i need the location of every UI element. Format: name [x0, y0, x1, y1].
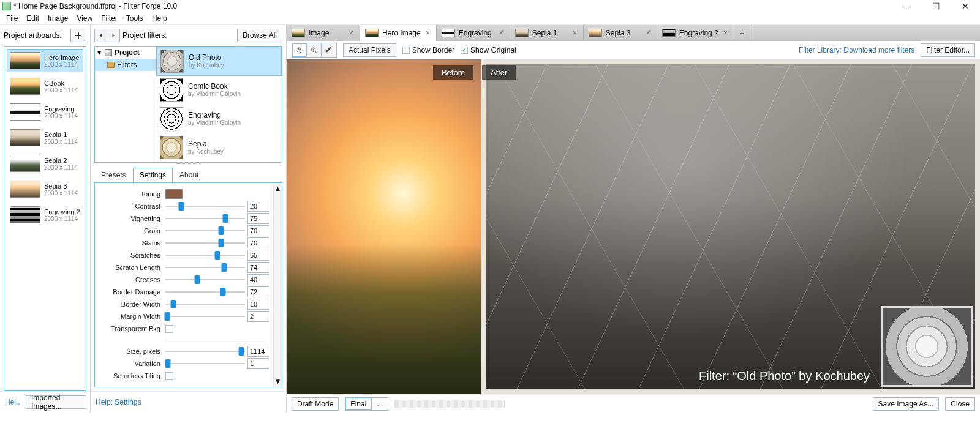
- menu-edit[interactable]: Edit: [23, 13, 43, 24]
- artboard-item[interactable]: Sepia 2 2000 x 1114: [7, 152, 83, 175]
- actual-pixels-button[interactable]: Actual Pixels: [343, 43, 396, 57]
- setting-value[interactable]: [247, 358, 270, 369]
- artboard-item[interactable]: CBook 2000 x 1114: [7, 75, 83, 98]
- menu-view[interactable]: View: [73, 13, 96, 24]
- save-image-button[interactable]: Save Image As...: [873, 397, 940, 411]
- setting-slider[interactable]: [165, 286, 245, 297]
- setting-value[interactable]: [247, 225, 270, 236]
- show-border-check[interactable]: Show Border: [402, 46, 454, 54]
- setting-value[interactable]: [247, 250, 270, 261]
- hand-icon: [296, 47, 303, 54]
- setting-slider[interactable]: [165, 274, 245, 285]
- final-button[interactable]: Final: [345, 397, 372, 411]
- seamless-tiling-check[interactable]: [165, 372, 173, 380]
- setting-slider[interactable]: [165, 201, 245, 212]
- add-artboard-button[interactable]: [70, 29, 86, 42]
- setting-slider[interactable]: [165, 311, 245, 322]
- filter-item[interactable]: Comic Book by Vladimir Golovin: [156, 76, 282, 105]
- setting-value[interactable]: [247, 286, 270, 297]
- setting-label: Creases: [95, 276, 165, 283]
- menu-image[interactable]: Image: [44, 13, 72, 24]
- folder-icon: [107, 62, 115, 68]
- view-tab-close[interactable]: ×: [571, 29, 578, 37]
- view-tab[interactable]: Hero Image×: [360, 25, 437, 41]
- setting-value[interactable]: [247, 311, 270, 322]
- setting-slider[interactable]: [165, 213, 245, 224]
- view-tab-close[interactable]: ×: [424, 29, 431, 37]
- preview-canvas[interactable]: Before After Filter: “Old Photo” by Koch…: [287, 59, 980, 394]
- zoom-tool[interactable]: [307, 43, 322, 57]
- setting-value[interactable]: [247, 274, 270, 285]
- filters-panel: Project filters: Browse All ▾Project Fil…: [91, 25, 287, 413]
- eyedropper-tool[interactable]: [322, 43, 336, 57]
- filter-list[interactable]: Old Photo by Kochubey Comic Book by Vlad…: [156, 47, 282, 162]
- filter-library-link[interactable]: Filter Library: Download more filters: [799, 46, 914, 54]
- view-tab-label: Sepia 3: [606, 29, 641, 37]
- setting-value[interactable]: [247, 201, 270, 212]
- final-menu-button[interactable]: ...: [372, 397, 388, 411]
- setting-row: Variation: [95, 357, 270, 370]
- setting-slider[interactable]: [165, 346, 245, 357]
- hand-tool[interactable]: [292, 43, 307, 57]
- artboard-item[interactable]: Sepia 3 2000 x 1114: [7, 177, 83, 201]
- filters-nav-back[interactable]: [95, 29, 107, 42]
- browse-all-button[interactable]: Browse All: [237, 29, 282, 42]
- settings-scrollbar[interactable]: ▲▼: [273, 183, 282, 387]
- artboard-help-link[interactable]: Hel...: [4, 395, 23, 409]
- tree-project[interactable]: ▾Project: [95, 47, 156, 59]
- view-tab[interactable]: Sepia 1×: [510, 25, 584, 41]
- transparent-bkg-check[interactable]: [165, 325, 173, 333]
- tab-settings[interactable]: Settings: [133, 168, 173, 182]
- tab-about[interactable]: About: [173, 168, 205, 182]
- artboard-item[interactable]: Engraving 2 2000 x 1114: [7, 203, 83, 226]
- filter-editor-button[interactable]: Filter Editor...: [921, 43, 975, 57]
- artboard-item[interactable]: Hero Image 2000 x 1114: [7, 49, 83, 72]
- draft-mode-button[interactable]: Draft Mode: [292, 397, 339, 411]
- imported-images-button[interactable]: Imported Images...: [26, 395, 86, 409]
- setting-slider[interactable]: [165, 237, 245, 248]
- setting-slider[interactable]: [165, 250, 245, 261]
- setting-value[interactable]: [247, 299, 270, 310]
- setting-value[interactable]: [247, 262, 270, 273]
- before-label: Before: [433, 65, 473, 80]
- menu-tools[interactable]: Tools: [123, 13, 147, 24]
- artboard-item[interactable]: Engraving 2000 x 1114: [7, 100, 83, 124]
- view-tab-close[interactable]: ×: [348, 29, 355, 37]
- toning-swatch[interactable]: [165, 189, 183, 199]
- view-tab-add[interactable]: +: [734, 25, 750, 41]
- view-tab[interactable]: Image×: [287, 25, 360, 41]
- filter-item[interactable]: Engraving by Vladimir Golovin: [156, 105, 282, 133]
- menu-help[interactable]: Help: [148, 13, 171, 24]
- window-close[interactable]: ✕: [957, 1, 974, 12]
- view-tab-close[interactable]: ×: [498, 29, 505, 37]
- view-tab-close[interactable]: ×: [722, 29, 729, 37]
- tab-presets[interactable]: Presets: [94, 168, 133, 182]
- help-settings-link[interactable]: Help: Settings: [94, 395, 143, 409]
- tree-filters[interactable]: Filters: [95, 59, 156, 71]
- view-tab[interactable]: Engraving×: [437, 25, 510, 41]
- close-button[interactable]: Close: [945, 397, 975, 411]
- window-minimize[interactable]: —: [898, 1, 915, 12]
- filter-item[interactable]: Sepia by Kochubey: [156, 133, 282, 162]
- setting-slider[interactable]: [165, 225, 245, 236]
- filters-nav-fwd[interactable]: [107, 29, 119, 42]
- show-original-check[interactable]: Show Original: [461, 46, 516, 54]
- setting-slider[interactable]: [165, 358, 245, 369]
- setting-value[interactable]: [247, 237, 270, 248]
- window-maximize[interactable]: ☐: [927, 1, 944, 12]
- artboard-item[interactable]: Sepia 1 2000 x 1114: [7, 126, 83, 149]
- setting-value[interactable]: [247, 213, 270, 224]
- setting-value[interactable]: [247, 346, 270, 357]
- view-tab[interactable]: Sepia 3×: [584, 25, 657, 41]
- filter-item[interactable]: Old Photo by Kochubey: [156, 47, 282, 76]
- view-tab-close[interactable]: ×: [645, 29, 652, 37]
- menu-filter[interactable]: Filter: [97, 13, 121, 24]
- view-tab[interactable]: Engraving 2×: [657, 25, 734, 41]
- setting-label: Contrast: [95, 203, 165, 210]
- setting-slider[interactable]: [165, 262, 245, 273]
- setting-slider[interactable]: [165, 299, 245, 310]
- filters-tree[interactable]: ▾Project Filters: [95, 47, 156, 162]
- menu-file[interactable]: File: [2, 13, 21, 24]
- artboards-list[interactable]: Hero Image 2000 x 1114 CBook 2000 x 1114…: [4, 46, 86, 391]
- artboard-name: Hero Image: [44, 54, 79, 61]
